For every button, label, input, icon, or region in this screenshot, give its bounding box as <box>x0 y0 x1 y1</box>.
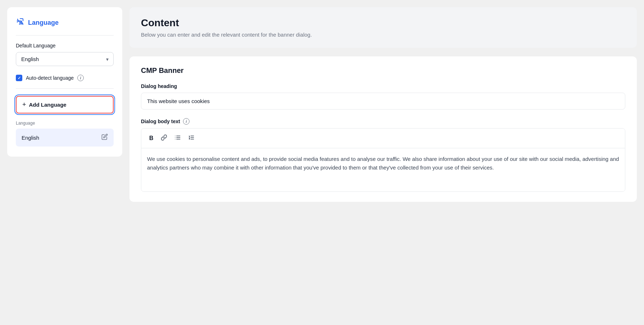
bold-button[interactable]: B <box>146 133 156 144</box>
cmp-banner-card: CMP Banner Dialog heading Dialog body te… <box>129 56 637 202</box>
bold-icon: B <box>149 135 154 141</box>
svg-text:A: A <box>17 18 19 22</box>
content-header-card: Content Below you can enter and edit the… <box>129 7 637 48</box>
plus-icon: + <box>22 101 26 108</box>
language-select[interactable]: English French German Spanish <box>16 52 114 66</box>
language-list-header: Language <box>16 121 114 126</box>
dialog-body-info-icon[interactable]: i <box>183 118 189 125</box>
unordered-list-icon <box>174 134 181 142</box>
auto-detect-info-icon[interactable]: i <box>77 75 84 81</box>
ordered-list-icon <box>188 134 195 142</box>
rich-text-toolbar: B <box>141 129 625 148</box>
header-divider <box>16 35 114 36</box>
language-item-name: English <box>22 135 39 141</box>
list-item[interactable]: English <box>16 129 114 147</box>
rich-text-area: B <box>141 128 625 192</box>
add-language-label: Add Language <box>29 102 67 108</box>
cmp-banner-title: CMP Banner <box>141 66 625 75</box>
panel-title: Language <box>28 19 59 27</box>
svg-text:あ: あ <box>20 22 23 25</box>
link-button[interactable] <box>158 132 170 144</box>
auto-detect-row: Auto-detect language i <box>16 75 114 89</box>
add-language-button[interactable]: + Add Language <box>16 96 114 113</box>
right-panel: Content Below you can enter and edit the… <box>129 7 637 202</box>
panel-header: A あ Language <box>16 17 114 28</box>
default-language-label: Default Language <box>16 43 114 48</box>
content-title: Content <box>141 17 625 29</box>
edit-icon[interactable] <box>101 134 108 141</box>
dialog-body-text[interactable]: We use cookies to personalise content an… <box>141 148 625 191</box>
auto-detect-label: Auto-detect language <box>26 75 74 81</box>
auto-detect-checkbox[interactable] <box>16 75 22 81</box>
left-panel: A あ Language Default Language English Fr… <box>7 7 122 157</box>
content-subtitle: Below you can enter and edit the relevan… <box>141 32 625 38</box>
link-icon <box>161 134 167 142</box>
language-select-wrapper[interactable]: English French German Spanish ▾ <box>16 52 114 66</box>
dialog-heading-input[interactable] <box>141 93 625 110</box>
language-icon: A あ <box>16 17 24 28</box>
dialog-body-label: Dialog body text i <box>141 118 625 125</box>
dialog-heading-label: Dialog heading <box>141 83 625 89</box>
unordered-list-button[interactable] <box>172 132 184 144</box>
ordered-list-button[interactable] <box>185 132 197 144</box>
